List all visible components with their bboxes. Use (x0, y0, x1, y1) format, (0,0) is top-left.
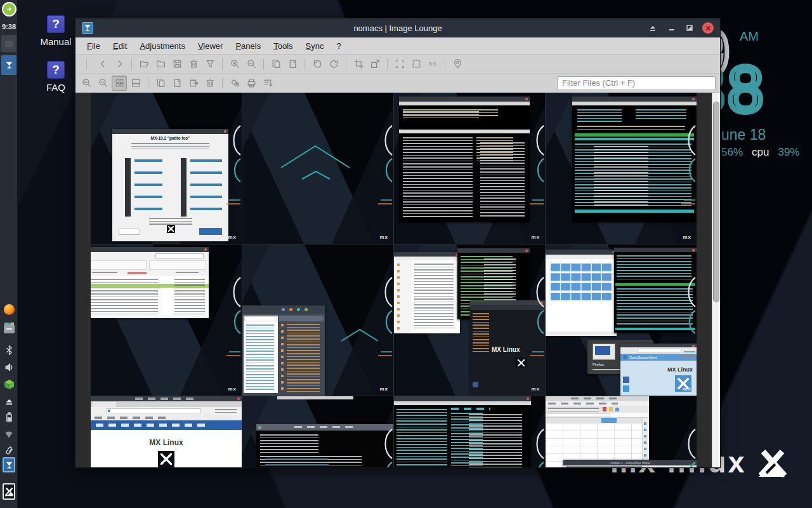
one-to-one-icon[interactable]: 1:1 (425, 57, 440, 72)
thumb-art (289, 308, 292, 311)
menu-adjustments[interactable]: Adjustments (133, 39, 192, 53)
batch-process-icon[interactable] (227, 76, 242, 91)
close-button[interactable] (702, 22, 714, 34)
fullscreen-icon[interactable] (392, 57, 407, 72)
thumbnail-terminal-neofetch[interactable]: mx (394, 396, 545, 467)
thumb-art (594, 146, 648, 206)
file-manager-icon[interactable] (0, 323, 18, 335)
thumb-art (548, 408, 599, 411)
task-button-file-manager[interactable] (0, 35, 18, 52)
zoom-in-icon[interactable] (227, 57, 242, 72)
menu-viewer[interactable]: Viewer (192, 39, 230, 53)
thumb-art (106, 408, 201, 413)
thumb-art (575, 138, 694, 140)
thumb-art (546, 250, 617, 255)
maximize-button[interactable] (683, 22, 696, 34)
resize-icon[interactable] (367, 57, 383, 72)
firefox-icon[interactable] (0, 303, 18, 316)
window-titlebar[interactable]: nomacs | Image Lounge (75, 18, 720, 37)
shade-button[interactable] (646, 22, 659, 34)
thumbnail-terminal-upgrade[interactable]: mx (242, 396, 393, 467)
map-pin-icon[interactable] (450, 57, 465, 72)
shortcut-faq[interactable]: ? FAQ (36, 61, 76, 93)
copy-icon[interactable] (268, 57, 284, 72)
thumb-art (176, 272, 199, 274)
move-icon[interactable] (186, 76, 201, 91)
menu-tools[interactable]: Tools (267, 39, 299, 53)
volume-icon[interactable] (0, 361, 18, 373)
thumbnail-terminal-htop[interactable]: mx (546, 93, 697, 244)
thumb-art (609, 407, 613, 411)
scrollbar-thumb[interactable] (713, 102, 719, 302)
menu-file[interactable]: File (81, 39, 107, 53)
thumbnail-welcome[interactable]: MX-19.2 "patito feo" mx (91, 93, 242, 244)
menu-sync[interactable]: Sync (299, 39, 331, 53)
thumb-art (215, 409, 237, 413)
back-icon[interactable] (95, 57, 110, 72)
task-button-nomacs[interactable] (0, 55, 18, 75)
mx-updater-icon[interactable] (0, 2, 18, 17)
thumb-art (297, 308, 300, 311)
nomacs-active-icon[interactable] (0, 458, 18, 471)
minimize-button[interactable] (665, 22, 678, 34)
forward-icon[interactable] (112, 57, 127, 72)
open-folder-icon[interactable] (153, 57, 168, 72)
zoom-in-icon[interactable] (79, 76, 94, 91)
network-icon[interactable] (0, 428, 18, 441)
thumb-art (636, 109, 686, 119)
paste-icon[interactable] (285, 57, 300, 72)
package-installer-icon[interactable] (0, 378, 18, 391)
filter-files-input[interactable] (557, 76, 716, 90)
shortcut-manual[interactable]: ? Manual (36, 15, 76, 47)
thumb-art (277, 396, 353, 399)
thumbnail-libreoffice[interactable]: Untitled 1 - LibreOffice Writer mx (546, 396, 697, 467)
delete-icon[interactable] (202, 76, 218, 91)
eject-icon[interactable] (0, 395, 18, 408)
thumb-art (167, 225, 175, 233)
vertical-scrollbar[interactable] (712, 93, 720, 467)
zoom-out-icon[interactable] (244, 57, 259, 72)
thumbnail-windows-mx[interactable]: MX Linux mx (394, 244, 545, 396)
mx-menu-icon[interactable] (0, 485, 18, 498)
sort-icon[interactable] (260, 76, 275, 91)
rotate-ccw-icon[interactable] (310, 57, 325, 72)
thumbnail-terminal-top[interactable]: mx (394, 93, 545, 244)
filter-icon[interactable] (202, 57, 218, 72)
menu-help[interactable]: ? (330, 39, 347, 53)
thumb-art (108, 410, 110, 412)
desktop-shortcuts: ? Manual ? FAQ (36, 15, 76, 107)
thumb-art (91, 247, 209, 252)
print-icon[interactable] (244, 76, 259, 91)
shortcut-label: FAQ (46, 82, 65, 93)
thumb-art (244, 316, 277, 321)
row-view-icon[interactable] (128, 76, 143, 91)
crop-icon[interactable] (351, 57, 366, 72)
thumbnail-windows-blue[interactable]: Firefox OpenSourceNerd MX Linux mx (546, 244, 697, 396)
battery-icon[interactable] (0, 411, 18, 424)
zoom-out-icon[interactable] (95, 76, 110, 91)
thumbnail-desktop-menu[interactable]: mx (242, 244, 393, 396)
thumbnail-desktop[interactable]: mx (242, 93, 393, 244)
mx-watermark: mx (683, 386, 691, 392)
thumb-art (595, 346, 610, 355)
bluetooth-icon[interactable] (0, 344, 18, 356)
open-file-icon[interactable] (136, 57, 152, 72)
menu-edit[interactable]: Edit (107, 39, 133, 53)
menu-panels[interactable]: Panels (229, 39, 267, 53)
thumb-art (457, 248, 530, 253)
paste-icon[interactable] (169, 76, 185, 91)
copy-icon[interactable] (153, 76, 168, 91)
thumb-art (551, 264, 612, 300)
delete-icon[interactable] (186, 57, 201, 72)
save-icon[interactable] (169, 57, 185, 72)
thumbnail-task-manager[interactable]: mx (91, 244, 242, 396)
grid-view-icon[interactable] (112, 76, 127, 91)
rotate-cw-icon[interactable] (326, 57, 341, 72)
mini-conky-arc (377, 275, 393, 377)
frame-icon[interactable] (409, 57, 424, 72)
thumb-art (199, 228, 222, 235)
thumb-art (265, 458, 329, 467)
thumb-art (623, 377, 629, 383)
thumbnail-firefox-mx[interactable]: MX Linux (91, 396, 242, 467)
clipboard-icon[interactable] (0, 444, 18, 457)
